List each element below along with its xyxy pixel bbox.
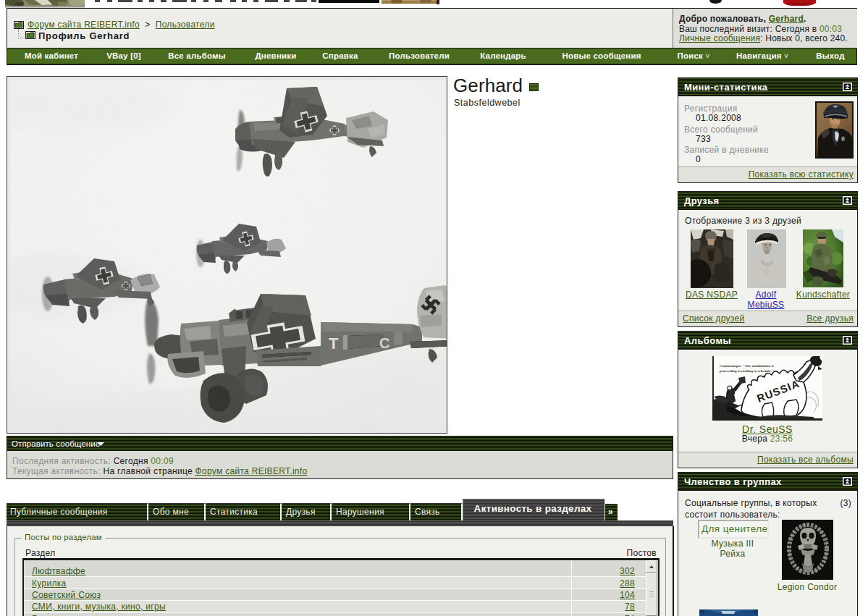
svg-text:proceeding according to schedu: proceeding according to schedule." <box>720 369 774 373</box>
svg-text:Communique: "The annihilation: Communique: "The annihilation is <box>720 364 774 368</box>
